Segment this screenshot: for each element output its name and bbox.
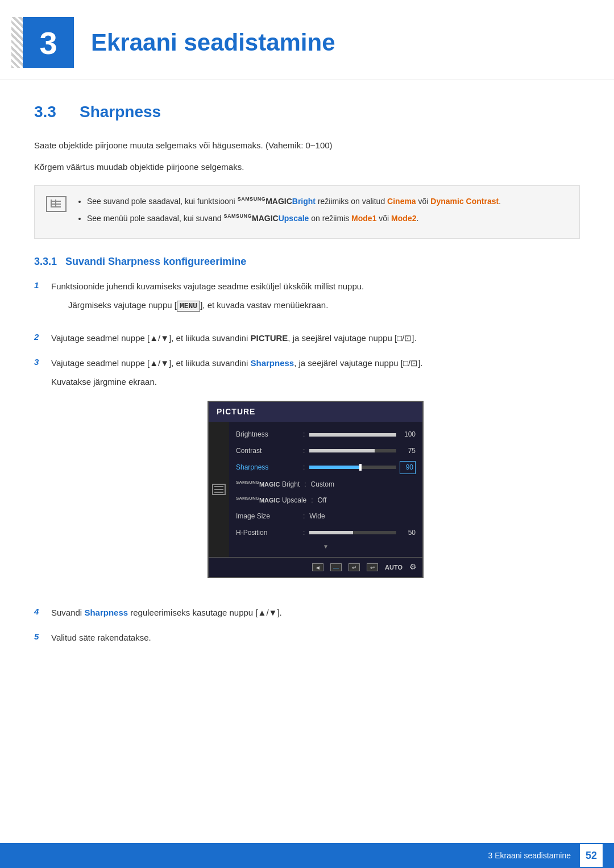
step-4-content: Suvandi Sharpness reguleerimiseks kasuta… bbox=[51, 605, 580, 620]
section-title: Sharpness bbox=[80, 103, 161, 121]
page-header: 3 Ekraani seadistamine bbox=[0, 0, 614, 80]
step-1-text: Funktsioonide juhendi kuvamiseks vajutag… bbox=[51, 281, 364, 291]
step-3-number: 3 bbox=[34, 357, 51, 367]
note-icon bbox=[46, 196, 67, 212]
intro-text-1: Saate objektide piirjoone muuta selgemak… bbox=[34, 138, 580, 153]
nav-enter-btn: ↵ bbox=[349, 563, 360, 571]
nav-gear-icon: ⚙ bbox=[409, 560, 417, 574]
menu-item-magic-bright: SAMSUNGMAGIC Bright : Custom bbox=[229, 476, 422, 492]
step-2-number: 2 bbox=[34, 332, 51, 342]
menu-item-contrast: Contrast : 75 bbox=[229, 443, 422, 459]
page-footer: 3 Ekraani seadistamine 52 bbox=[0, 843, 614, 868]
step-3: 3 Vajutage seadmel nuppe [▲/▼], et liiku… bbox=[34, 356, 580, 595]
note-box: See suvand pole saadaval, kui funktsioon… bbox=[34, 185, 580, 239]
section-number: 3.3 bbox=[34, 103, 68, 121]
step-2: 2 Vajutage seadmel nuppe [▲/▼], et liiku… bbox=[34, 331, 580, 346]
step-4-number: 4 bbox=[34, 607, 51, 616]
picture-menu-content: Brightness : 100 bbox=[209, 422, 422, 557]
content-area: 3.3 Sharpness Saate objektide piirjoone … bbox=[0, 103, 614, 689]
step-1: 1 Funktsioonide juhendi kuvamiseks vajut… bbox=[34, 279, 580, 321]
step-5-content: Valitud säte rakendatakse. bbox=[51, 630, 580, 645]
picture-menu-left-icon bbox=[209, 422, 229, 557]
menu-item-sharpness: Sharpness : 90 bbox=[229, 459, 422, 476]
picture-menu-container: PICTURE bbox=[51, 401, 580, 578]
menu-item-brightness: Brightness : 100 bbox=[229, 426, 422, 442]
step-5: 5 Valitud säte rakendatakse. bbox=[34, 630, 580, 645]
step-1-subtext: Järgmiseks vajutage nuppu [MENU], et kuv… bbox=[51, 298, 580, 313]
menu-scroll-indicator: ▼ bbox=[229, 541, 422, 553]
section-heading: 3.3 Sharpness bbox=[34, 103, 580, 121]
note-item-2: See menüü pole saadaval, kui suvand SAMS… bbox=[87, 212, 568, 226]
step-5-number: 5 bbox=[34, 632, 51, 641]
nav-minus-btn: — bbox=[330, 563, 342, 571]
menu-item-magic-upscale: SAMSUNGMAGIC Upscale : Off bbox=[229, 492, 422, 508]
step-3-content: Vajutage seadmel nuppe [▲/▼], et liikuda… bbox=[51, 356, 580, 595]
step-4: 4 Suvandi Sharpness reguleerimiseks kasu… bbox=[34, 605, 580, 620]
nav-left-btn: ◄ bbox=[312, 563, 323, 571]
subsection-number: 3.3.1 bbox=[34, 256, 57, 267]
menu-item-image-size: Image Size : Wide bbox=[229, 508, 422, 524]
footer-chapter-label: 3 Ekraani seadistamine bbox=[488, 851, 571, 860]
step-1-number: 1 bbox=[34, 280, 51, 290]
step-2-content: Vajutage seadmel nuppe [▲/▼], et liikuda… bbox=[51, 331, 580, 346]
note-item-1: See suvand pole saadaval, kui funktsioon… bbox=[87, 195, 568, 209]
footer-page-number: 52 bbox=[580, 844, 603, 867]
step-1-content: Funktsioonide juhendi kuvamiseks vajutag… bbox=[51, 279, 580, 321]
chapter-title: Ekraani seadistamine bbox=[91, 29, 335, 56]
nav-back-btn: ↩ bbox=[367, 563, 378, 571]
chapter-number: 3 bbox=[39, 24, 57, 61]
picture-menu-items: Brightness : 100 bbox=[229, 422, 422, 557]
subsection-title: Suvandi Sharpness konfigureerimine bbox=[65, 256, 246, 267]
chapter-number-box: 3 bbox=[23, 17, 74, 68]
step-3-subtext: Kuvatakse järgmine ekraan. bbox=[51, 375, 580, 389]
nav-auto-label: AUTO bbox=[385, 562, 403, 573]
note-content: See suvand pole saadaval, kui funktsioon… bbox=[76, 195, 568, 229]
picture-menu: PICTURE bbox=[208, 401, 424, 578]
menu-icon-box bbox=[212, 484, 226, 495]
picture-menu-title: PICTURE bbox=[209, 402, 422, 422]
intro-text-2: Kõrgem väärtus muudab objektide piirjoon… bbox=[34, 160, 580, 175]
bottom-nav: ◄ — ↵ ↩ AUTO ⚙ bbox=[209, 557, 422, 577]
menu-item-h-position: H-Position : 50 bbox=[229, 525, 422, 541]
subsection-heading: 3.3.1 Suvandi Sharpness konfigureerimine bbox=[34, 256, 580, 268]
